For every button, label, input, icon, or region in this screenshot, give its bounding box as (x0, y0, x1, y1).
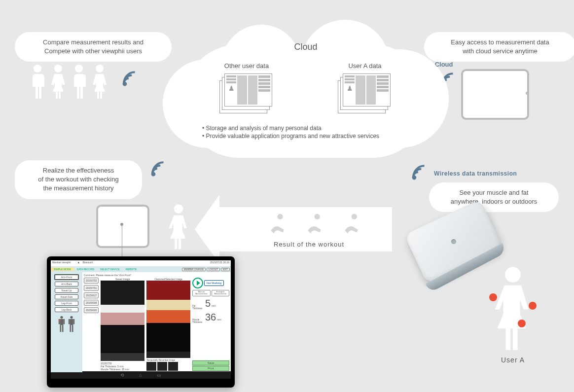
cloud-col2-label: User A data (338, 62, 392, 70)
logout-button[interactable]: LOGOUT (207, 268, 220, 271)
svg-point-10 (352, 214, 357, 219)
svg-point-13 (60, 316, 63, 319)
measurement-point-icon (518, 320, 526, 327)
date-item[interactable]: 20150608 (84, 300, 99, 306)
bubble-realize-text: Realize the effectiveness of the workout… (38, 167, 118, 192)
captured-scan-image (146, 281, 190, 358)
muscle-value: 36 (205, 312, 216, 323)
svg-rect-24 (70, 325, 72, 332)
bubble-see-muscle: See your muscle and fat anywhere, indoor… (429, 182, 559, 212)
wifi-icon (149, 159, 168, 180)
measurement-point-icon (529, 302, 537, 310)
part-navel-side[interactable]: Navel-Side (55, 294, 78, 299)
part-arm-front[interactable]: Arm-Front (54, 274, 79, 280)
bubble-compare: Compare measurement results and Compete … (15, 32, 172, 62)
bubble-compare-text: Compare measurement results and Compete … (43, 38, 144, 55)
person-icon (168, 204, 189, 249)
svg-rect-14 (60, 319, 64, 325)
print-button[interactable]: Print (192, 366, 229, 371)
part-navel-up[interactable]: Navel-Up (55, 288, 78, 293)
svg-point-1 (54, 65, 62, 72)
bubble-easy-access-text: Easy access to measurement data with clo… (451, 38, 549, 55)
person-icon (71, 64, 87, 99)
play-button[interactable] (192, 278, 203, 288)
status-button[interactable]: Not Working (204, 280, 224, 286)
app-screenshot: Member viewphii ■ Bluetooth 2015/07/21 2… (47, 256, 235, 388)
person-icon (493, 266, 533, 350)
date-item[interactable]: 20150617 (84, 292, 99, 298)
svg-point-11 (174, 204, 183, 213)
wifi-icon (410, 163, 429, 183)
date-item[interactable]: 20150701 (84, 285, 99, 291)
cloud-bullet-1: • Storage and analysis of many personal … (202, 125, 424, 132)
svg-point-12 (505, 267, 521, 283)
back-icon[interactable]: ⟲ (120, 373, 124, 378)
save-button[interactable]: Save (192, 360, 229, 365)
svg-point-19 (58, 320, 60, 321)
part-leg-back[interactable]: Leg-Back (55, 307, 78, 312)
svg-rect-22 (69, 319, 70, 324)
bubble-realize: Realize the effectiveness of the workout… (15, 160, 142, 199)
fat-value: 5 (205, 298, 211, 309)
svg-point-8 (278, 214, 283, 219)
wifi-icon (121, 69, 140, 90)
workout-icons (266, 212, 362, 234)
home-icon[interactable]: ⌂ (139, 373, 142, 378)
app-bt: Bluetooth (82, 261, 93, 264)
svg-rect-18 (62, 325, 64, 332)
app-time: 2015/07/21 20:16 (210, 261, 229, 266)
tab-simple-mode[interactable]: SIMPLE MODE (51, 268, 74, 271)
muscle-unit: mm (217, 318, 221, 321)
manual-measurement-button[interactable]: Manual Measurement (192, 290, 211, 296)
saved-scan-image (101, 281, 144, 361)
tablet-icon (461, 69, 529, 120)
tab-select-device[interactable]: SELECT DEVICE (97, 268, 122, 271)
user-a-left: User A (167, 204, 190, 263)
wireless-label: Wireless data transmission (434, 170, 517, 177)
user-a-right: User A (493, 266, 533, 364)
temp-thumb[interactable] (157, 362, 167, 371)
body-part-panel: Arm-Front Arm-Back Navel-Up Navel-Side L… (51, 272, 82, 372)
cloud-bullet-2: • Provide valuable application programs … (202, 133, 424, 140)
app-member-prefix: Member (52, 261, 61, 264)
cloud-col1-label: Other user data (219, 62, 274, 70)
svg-point-20 (70, 316, 72, 319)
part-arm-back[interactable]: Arm-Back (55, 282, 78, 286)
svg-rect-23 (73, 319, 75, 324)
person-icon (30, 64, 45, 99)
enlarged-measurement-button[interactable]: Enlarged Measurement (212, 290, 230, 296)
app-comment: Comment: Please measure the "Arm-Front". (84, 274, 229, 277)
tab-data-record[interactable]: DATA RECORD (74, 268, 97, 271)
svg-point-2 (75, 65, 83, 72)
date-item[interactable]: 20150702 (84, 278, 99, 284)
bubble-see-muscle-text: See your muscle and fat anywhere, indoor… (451, 189, 538, 205)
fat-unit: mm (212, 304, 215, 307)
body-diagram-icon (57, 316, 76, 333)
svg-rect-16 (64, 319, 65, 324)
user-a-label: User A (493, 356, 533, 364)
svg-point-9 (315, 214, 320, 219)
connector-line (122, 224, 122, 258)
data-stack-icon: ♟ (219, 73, 274, 113)
result-label: Result of the workout (274, 241, 344, 248)
svg-point-0 (34, 65, 41, 72)
cloud-content: Cloud Other user data ♟ User A data ♟ (187, 42, 424, 141)
person-icon (50, 64, 66, 99)
recent-icon[interactable]: ▭ (157, 373, 161, 378)
tab-website[interactable]: WEBSITE (122, 268, 140, 271)
svg-point-7 (413, 177, 416, 179)
fat-label: Fat Thickness (192, 305, 204, 310)
cloud-title: Cloud (187, 42, 424, 52)
info-muscle: Muscle Thickness: 35 mm (101, 368, 144, 371)
temp-thumb[interactable] (146, 362, 156, 371)
exit-button[interactable]: EXIT (221, 268, 230, 271)
svg-point-3 (96, 65, 104, 72)
temp-thumb[interactable] (168, 362, 178, 371)
part-leg-front[interactable]: Leg-Front (55, 301, 78, 306)
member-change-button[interactable]: MEMBER CHANGE (182, 268, 206, 271)
svg-rect-17 (60, 325, 62, 332)
date-item[interactable]: 20150602 (84, 307, 99, 313)
data-stack-icon: ♟ (338, 73, 392, 113)
android-navbar: ⟲ ⌂ ▭ (51, 371, 231, 379)
measurement-point-icon (489, 293, 497, 301)
